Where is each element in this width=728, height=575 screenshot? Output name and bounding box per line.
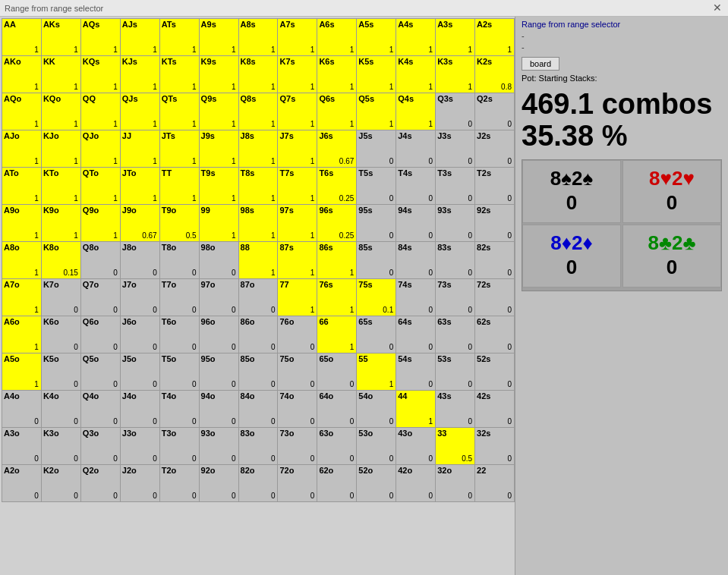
- grid-cell[interactable]: T2o0: [159, 465, 199, 502]
- grid-cell[interactable]: AJo1: [2, 130, 42, 168]
- grid-cell[interactable]: K6o0: [41, 316, 80, 353]
- grid-cell[interactable]: A9o1: [2, 205, 42, 242]
- grid-cell[interactable]: J8o0: [120, 242, 159, 279]
- grid-cell[interactable]: T5o0: [159, 353, 199, 391]
- grid-cell[interactable]: A7s1: [278, 19, 317, 56]
- grid-cell[interactable]: Q4o0: [80, 391, 120, 428]
- grid-cell[interactable]: AA1: [2, 19, 42, 56]
- grid-cell[interactable]: KJs1: [120, 56, 159, 93]
- grid-cell[interactable]: KQs1: [80, 56, 120, 93]
- grid-cell[interactable]: A3s1: [436, 19, 475, 56]
- grid-cell[interactable]: Q8s1: [238, 93, 278, 130]
- grid-cell[interactable]: T9s1: [199, 168, 238, 205]
- grid-cell[interactable]: J7o0: [120, 279, 159, 316]
- grid-cell[interactable]: 97o0: [199, 279, 238, 316]
- grid-cell[interactable]: ATo1: [2, 168, 42, 205]
- grid-cell[interactable]: A8s1: [238, 19, 278, 56]
- grid-cell[interactable]: Q4s1: [396, 93, 436, 130]
- grid-cell[interactable]: 54s0: [396, 353, 436, 391]
- grid-cell[interactable]: Q3s0: [436, 93, 475, 130]
- grid-cell[interactable]: T5s0: [357, 168, 396, 205]
- grid-cell[interactable]: 62s0: [475, 316, 515, 353]
- grid-cell[interactable]: T6o0: [159, 316, 199, 353]
- grid-cell[interactable]: A4o0: [2, 391, 42, 428]
- grid-cell[interactable]: Q5s1: [357, 93, 396, 130]
- grid-cell[interactable]: 881: [238, 242, 278, 279]
- grid-cell[interactable]: J9s1: [199, 130, 238, 168]
- grid-cell[interactable]: QTs1: [159, 93, 199, 130]
- grid-cell[interactable]: K9s1: [199, 56, 238, 93]
- grid-cell[interactable]: 32s0: [475, 428, 515, 465]
- grid-cell[interactable]: 76o0: [278, 316, 317, 353]
- grid-cell[interactable]: K5o0: [41, 353, 80, 391]
- grid-cell[interactable]: T3s0: [436, 168, 475, 205]
- grid-cell[interactable]: A6s1: [317, 19, 357, 56]
- grid-cell[interactable]: 43s0: [436, 391, 475, 428]
- grid-cell[interactable]: J3o0: [120, 428, 159, 465]
- grid-cell[interactable]: K2o0: [41, 465, 80, 502]
- grid-cell[interactable]: AKo1: [2, 56, 42, 93]
- grid-cell[interactable]: K7s1: [278, 56, 317, 93]
- grid-cell[interactable]: 82o0: [238, 465, 278, 502]
- grid-cell[interactable]: 330.5: [436, 428, 475, 465]
- grid-cell[interactable]: K6s1: [317, 56, 357, 93]
- grid-cell[interactable]: AQo1: [2, 93, 42, 130]
- grid-cell[interactable]: JTs1: [159, 130, 199, 168]
- grid-cell[interactable]: KTs1: [159, 56, 199, 93]
- grid-cell[interactable]: J2o0: [120, 465, 159, 502]
- grid-cell[interactable]: JJ1: [120, 130, 159, 168]
- grid-cell[interactable]: A9s1: [199, 19, 238, 56]
- grid-cell[interactable]: T2s0: [475, 168, 515, 205]
- grid-cell[interactable]: 42s0: [475, 391, 515, 428]
- grid-cell[interactable]: K7o0: [41, 279, 80, 316]
- grid-cell[interactable]: AKs1: [41, 19, 80, 56]
- grid-cell[interactable]: 87s1: [278, 242, 317, 279]
- grid-cell[interactable]: AJs1: [120, 19, 159, 56]
- grid-cell[interactable]: T4s0: [396, 168, 436, 205]
- grid-cell[interactable]: A2o0: [2, 465, 42, 502]
- grid-cell[interactable]: A3o0: [2, 428, 42, 465]
- grid-cell[interactable]: 73o0: [278, 428, 317, 465]
- grid-cell[interactable]: K3o0: [41, 428, 80, 465]
- grid-cell[interactable]: 63o0: [317, 428, 357, 465]
- grid-cell[interactable]: KQo1: [41, 93, 80, 130]
- grid-cell[interactable]: 53s0: [436, 353, 475, 391]
- grid-cell[interactable]: 93o0: [199, 428, 238, 465]
- grid-cell[interactable]: QJo1: [80, 130, 120, 168]
- grid-cell[interactable]: 52s0: [475, 353, 515, 391]
- grid-cell[interactable]: J8s1: [238, 130, 278, 168]
- grid-cell[interactable]: 96s0.25: [317, 205, 357, 242]
- close-icon[interactable]: ✕: [713, 2, 722, 14]
- grid-cell[interactable]: Q9o1: [80, 205, 120, 242]
- grid-cell[interactable]: K8o0.15: [41, 242, 80, 279]
- grid-cell[interactable]: 65o0: [317, 353, 357, 391]
- grid-cell[interactable]: 92s0: [475, 205, 515, 242]
- grid-cell[interactable]: 83s0: [436, 242, 475, 279]
- grid-cell[interactable]: KK1: [41, 56, 80, 93]
- grid-cell[interactable]: 84s0: [396, 242, 436, 279]
- grid-cell[interactable]: 86o0: [238, 316, 278, 353]
- grid-cell[interactable]: T7o0: [159, 279, 199, 316]
- grid-cell[interactable]: 32o0: [436, 465, 475, 502]
- grid-cell[interactable]: AQs1: [80, 19, 120, 56]
- grid-cell[interactable]: 54o0: [357, 391, 396, 428]
- grid-cell[interactable]: T8s1: [238, 168, 278, 205]
- grid-cell[interactable]: 551: [357, 353, 396, 391]
- grid-cell[interactable]: J6o0: [120, 316, 159, 353]
- grid-cell[interactable]: 72o0: [278, 465, 317, 502]
- grid-cell[interactable]: 85s0: [357, 242, 396, 279]
- grid-cell[interactable]: K4s1: [396, 56, 436, 93]
- grid-cell[interactable]: 771: [278, 279, 317, 316]
- grid-cell[interactable]: 93s0: [436, 205, 475, 242]
- grid-cell[interactable]: K9o1: [41, 205, 80, 242]
- grid-cell[interactable]: J4o0: [120, 391, 159, 428]
- grid-cell[interactable]: T8o0: [159, 242, 199, 279]
- grid-cell[interactable]: J5o0: [120, 353, 159, 391]
- grid-cell[interactable]: 42o0: [396, 465, 436, 502]
- grid-cell[interactable]: 85o0: [238, 353, 278, 391]
- grid-cell[interactable]: 52o0: [357, 465, 396, 502]
- grid-cell[interactable]: 220: [475, 465, 515, 502]
- grid-cell[interactable]: 96o0: [199, 316, 238, 353]
- grid-cell[interactable]: Q3o0: [80, 428, 120, 465]
- grid-cell[interactable]: 94s0: [396, 205, 436, 242]
